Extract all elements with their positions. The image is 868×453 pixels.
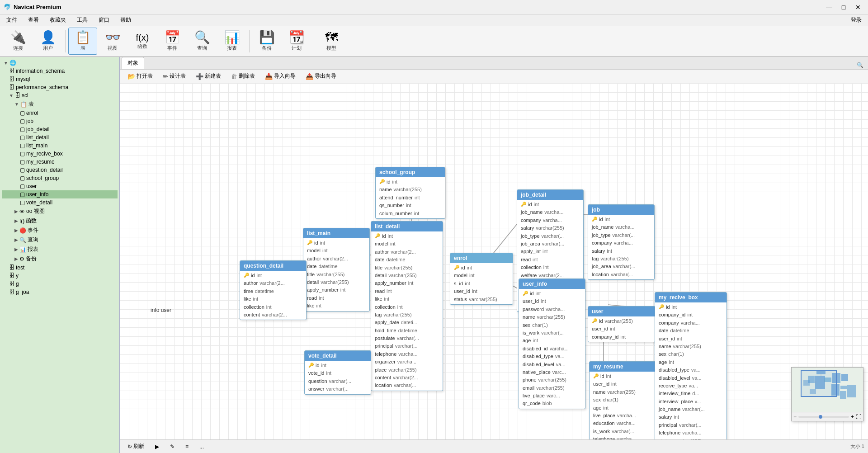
er-table-school-group-header: school_group — [376, 167, 445, 177]
er-field: date datetime — [371, 256, 443, 264]
er-table-vote-detail[interactable]: vote_detail 🔑id int vote_id int question… — [304, 350, 371, 395]
sidebar-table-job[interactable]: ▢ job — [2, 117, 118, 125]
minimap-fit[interactable]: ⛶ — [856, 414, 861, 420]
play-button[interactable]: ▶ — [151, 442, 163, 451]
maximize-button[interactable]: □ — [837, 3, 850, 12]
er-field: tag varchar(255) — [371, 311, 443, 319]
tool-schedule[interactable]: 📆 计划 — [282, 28, 311, 55]
er-field: tag varchar(255) — [588, 255, 654, 263]
tool-user[interactable]: 👤 用户 — [33, 28, 62, 55]
more-button[interactable]: ... — [195, 442, 208, 451]
er-table-list-detail[interactable]: list_detail 🔑id int model int author var… — [371, 221, 443, 391]
tab-objects[interactable]: 对象 — [122, 57, 144, 69]
er-table-user[interactable]: user 🔑id varchar(255) user_id int compan… — [588, 306, 656, 342]
er-table-my-resume-header: my_resume — [590, 362, 656, 372]
svg-rect-17 — [840, 391, 846, 399]
scl-expand-arrow: ▼ — [9, 93, 14, 98]
import-wizard-icon: 📥 — [265, 73, 273, 80]
sidebar-table-list-main[interactable]: ▢ list_main — [2, 142, 118, 150]
er-table-my-recive-box[interactable]: my_recive_box 🔑id int company_id int com… — [655, 292, 727, 439]
er-table-job-detail-header: job_detail — [517, 190, 583, 200]
connect-icon: 🔌 — [10, 31, 26, 44]
menu-window[interactable]: 窗口 — [94, 15, 114, 25]
er-field: job_name varcha... — [588, 223, 654, 231]
tool-backup[interactable]: 💾 备份 — [252, 28, 281, 55]
sidebar-table-job-detail[interactable]: ▢ job_detail — [2, 125, 118, 133]
sidebar-table-my-resume[interactable]: ▢ my_resume — [2, 158, 118, 166]
menu-view[interactable]: 查看 — [24, 15, 43, 25]
tab-search-icon[interactable]: 🔍 — [854, 61, 866, 69]
sidebar-folder-tables[interactable]: ▼ 📋 表 — [2, 99, 118, 109]
refresh-button[interactable]: ↻ 刷新 — [123, 441, 148, 452]
sidebar-folder-backup[interactable]: ▶ ⚙ 备份 — [2, 254, 118, 264]
sidebar-db-test[interactable]: 🗄 test — [2, 264, 118, 272]
menu-file[interactable]: 文件 — [2, 15, 22, 25]
tool-view[interactable]: 👓 视图 — [98, 28, 127, 55]
edit-button[interactable]: ✎ — [166, 442, 179, 451]
er-table-enrol[interactable]: enrol 🔑id int model int s_id int user_id… — [450, 253, 513, 305]
er-canvas[interactable]: school_group 🔑id int name varchar(255) a… — [120, 83, 868, 439]
er-table-list-main[interactable]: list_main 🔑id int model int author varch… — [303, 228, 370, 311]
sidebar-connection[interactable]: ▼ 🌐 — [2, 59, 118, 67]
sidebar-table-enrol[interactable]: ▢ enrol — [2, 109, 118, 117]
grid-button[interactable]: ≡ — [181, 442, 193, 451]
tool-connect[interactable]: 🔌 连接 — [4, 28, 33, 55]
table-row-icon: ▢ — [20, 199, 25, 206]
sidebar-table-school-group[interactable]: ▢ school_group — [2, 174, 118, 182]
sidebar-db-information-schema[interactable]: 🗄 information_schema — [2, 67, 118, 75]
sidebar-table-question-detail[interactable]: ▢ question_detail — [2, 166, 118, 174]
menu-favorites[interactable]: 收藏夹 — [45, 15, 71, 25]
tool-table[interactable]: 📋 表 — [68, 28, 97, 55]
sidebar-db-g[interactable]: 🗄 g — [2, 280, 118, 288]
sidebar-db-mysql[interactable]: 🗄 mysql — [2, 75, 118, 83]
sidebar-table-user[interactable]: ▢ user — [2, 182, 118, 190]
sidebar-table-user-info[interactable]: ▢ user_info — [2, 190, 118, 198]
sidebar-folder-queries[interactable]: ▶ 🔍 查询 — [2, 235, 118, 245]
sidebar-table-list-detail[interactable]: ▢ list_detail — [2, 133, 118, 142]
er-table-user-info[interactable]: user_info 🔑id int user_id int password v… — [519, 278, 585, 409]
login-button[interactable]: 登录 — [846, 15, 866, 25]
er-table-question-detail[interactable]: question_detail 🔑id int author varchar(2… — [240, 260, 307, 320]
er-field: name varchar(255) — [655, 343, 726, 350]
new-table-button[interactable]: ➕ 新建表 — [192, 71, 225, 81]
minimap-zoom-out[interactable]: − — [793, 414, 797, 420]
er-table-school-group[interactable]: school_group 🔑id int name varchar(255) a… — [375, 167, 445, 219]
sidebar-db-scl[interactable]: ▼ 🗄 scl — [2, 91, 118, 99]
db-icon: 🗄 — [9, 76, 14, 82]
import-wizard-button[interactable]: 📥 导入向导 — [261, 71, 300, 81]
minimize-button[interactable]: — — [823, 3, 835, 12]
tool-schedule-label: 计划 — [292, 45, 302, 52]
tool-function[interactable]: f(x) 函数 — [128, 28, 157, 55]
sidebar-db-g-joa[interactable]: 🗄 g_joa — [2, 288, 118, 296]
minimap-zoom-in[interactable]: + — [851, 414, 854, 420]
sidebar-folder-functions[interactable]: ▶ f() 函数 — [2, 216, 118, 226]
er-field: job_name varchar(... — [655, 406, 726, 413]
tool-model[interactable]: 🗺 模型 — [317, 28, 346, 55]
tool-query[interactable]: 🔍 查询 — [188, 28, 217, 55]
tool-event[interactable]: 📅 事件 — [158, 28, 187, 55]
tool-report[interactable]: 📊 报表 — [217, 28, 246, 55]
delete-table-button[interactable]: 🗑 删除表 — [227, 71, 259, 81]
sidebar-table-my-recive-box[interactable]: ▢ my_recive_box — [2, 150, 118, 158]
design-table-button[interactable]: ✏ 设计表 — [159, 71, 190, 81]
sidebar-folder-reports[interactable]: ▶ 📊 报表 — [2, 245, 118, 254]
sidebar-tree: ▼ 🌐 🗄 information_schema 🗄 mysql 🗄 perfo… — [0, 57, 119, 298]
er-table-user-info-body: 🔑id int user_id int password varcha... n… — [519, 289, 585, 409]
er-table-my-resume[interactable]: my_resume 🔑id int user_id int name varch… — [589, 361, 656, 439]
subtoolbar: 📂 打开表 ✏ 设计表 ➕ 新建表 🗑 删除表 📥 导入向导 📤 导出向导 — [120, 70, 868, 83]
sidebar-db-performance-schema[interactable]: 🗄 performance_schema — [2, 83, 118, 91]
er-field: status varchar(255) — [450, 296, 513, 303]
open-table-button[interactable]: 📂 打开表 — [123, 71, 157, 81]
tool-report-label: 报表 — [227, 45, 237, 52]
sidebar-table-vote-detail[interactable]: ▢ vote_detail — [2, 198, 118, 207]
close-button[interactable]: ✕ — [852, 3, 864, 12]
er-table-job[interactable]: job 🔑id int job_name varcha... job_type … — [588, 204, 655, 280]
sidebar-folder-views[interactable]: ▶ 👁 oo 视图 — [2, 207, 118, 216]
sidebar-db-y[interactable]: 🗄 y — [2, 272, 118, 280]
export-wizard-button[interactable]: 📤 导出向导 — [302, 71, 340, 81]
menu-tools[interactable]: 工具 — [72, 15, 92, 25]
menu-help[interactable]: 帮助 — [116, 15, 136, 25]
sidebar-folder-events[interactable]: ▶ 🔴 事件 — [2, 226, 118, 235]
er-field: disabled_type va... — [519, 353, 585, 360]
er-field: interview_place v... — [655, 398, 726, 406]
